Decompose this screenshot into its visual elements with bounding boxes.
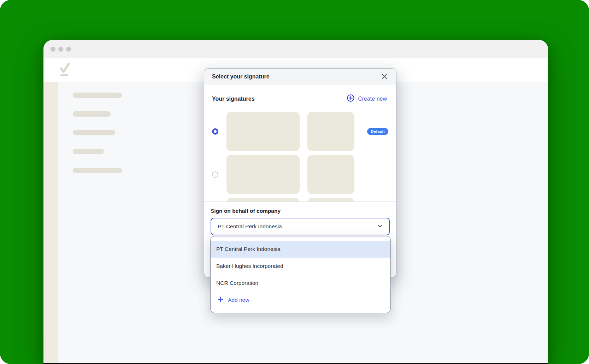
dropdown-option[interactable]: Baker Hughes Incorporated [211, 258, 390, 275]
signature-radio-unselected[interactable] [212, 171, 218, 178]
modal-header: Select your signature [204, 69, 396, 85]
company-section: Sign on behalf of company PT Central Per… [204, 201, 396, 235]
placeholder-text-bar [73, 130, 115, 135]
window-control-dot[interactable] [66, 47, 71, 52]
checkmark-logo-icon [59, 61, 70, 79]
company-label: Sign on behalf of company [211, 208, 390, 214]
placeholder-text-bar [73, 149, 104, 154]
create-new-label: Create new [358, 96, 387, 102]
close-button[interactable] [380, 72, 389, 81]
chevron-down-icon [377, 223, 383, 231]
initials-preview-box [307, 112, 354, 151]
dropdown-option[interactable]: PT Central Perk Indonesia [211, 241, 390, 258]
plus-circle-icon [347, 94, 354, 103]
close-icon [381, 73, 388, 81]
modal-title: Select your signature [212, 74, 270, 80]
window-control-dot[interactable] [51, 47, 55, 52]
signature-radio-selected[interactable] [212, 128, 218, 135]
signatures-heading-row: Your signatures Create new [204, 85, 396, 103]
signature-preview-box [226, 198, 300, 201]
signatures-heading: Your signatures [212, 96, 255, 102]
company-select[interactable]: PT Central Perk Indonesia [211, 218, 390, 235]
window-control-dot[interactable] [58, 47, 63, 52]
placeholder-text-bar [73, 168, 122, 173]
signature-preview-box [226, 112, 300, 151]
create-new-button[interactable]: Create new [347, 94, 387, 103]
dropdown-option[interactable]: NCR Corporation [211, 275, 390, 292]
signature-row[interactable]: Default [212, 112, 388, 151]
placeholder-text-bar [73, 111, 111, 117]
placeholder-text-bar [73, 93, 122, 98]
signatures-list: Default [204, 112, 396, 201]
signature-row-partial[interactable] [212, 198, 388, 201]
company-select-value: PT Central Perk Indonesia [218, 223, 282, 230]
initials-preview-box [307, 198, 354, 201]
signature-preview-box [226, 155, 300, 194]
window-titlebar [43, 40, 548, 58]
initials-preview-box [307, 155, 354, 194]
signature-row[interactable] [212, 155, 388, 194]
add-new-label: Add new [228, 297, 249, 303]
plus-icon [218, 297, 223, 304]
sidebar-strip [43, 82, 58, 363]
default-badge: Default [367, 128, 388, 135]
add-new-option[interactable]: Add new [211, 292, 390, 309]
company-dropdown: PT Central Perk Indonesia Baker Hughes I… [210, 236, 391, 313]
